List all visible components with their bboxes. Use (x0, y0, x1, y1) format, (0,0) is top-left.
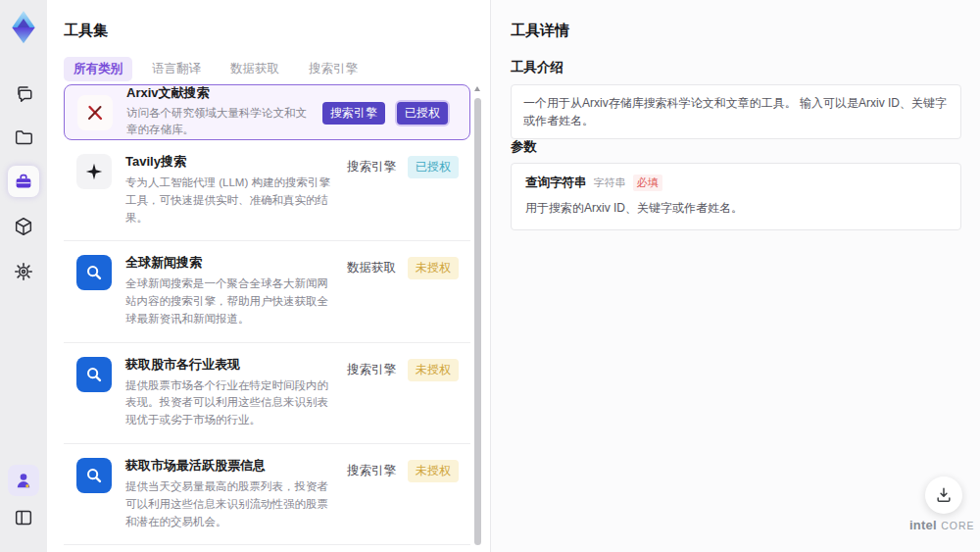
news-search-icon (76, 357, 112, 392)
news-search-icon (76, 255, 112, 290)
tool-title: Tavily搜索 (125, 154, 337, 171)
tool-description: 专为人工智能代理 (LLM) 构建的搜索引擎工具，可快速提供实时、准确和真实的结… (125, 175, 337, 226)
tool-card-active-stocks[interactable]: 获取市场最活跃股票信息 提供当天交易量最高的股票列表，投资者可以利用这些信息来识… (64, 444, 470, 545)
download-button[interactable] (925, 477, 962, 514)
tool-detail-panel: 工具详情 工具介绍 一个用于从Arxiv存储库搜索科学论文和文章的工具。 输入可… (490, 0, 980, 552)
nav-files-button[interactable] (8, 122, 39, 153)
tool-list: Arxiv文献搜索 访问各个研究领域大量科学论文和文章的存储库。 搜索引擎 已授… (64, 84, 470, 552)
param-name: 查询字符串 (525, 175, 587, 191)
category-tabs: 所有类别 语言翻译 数据获取 搜索引擎 (64, 57, 368, 81)
briefcase-icon (13, 171, 34, 192)
app-window: 工具集 所有类别 语言翻译 数据获取 搜索引擎 Arxiv文献搜索 访问各个研究… (0, 0, 980, 552)
tool-list-panel: 工具集 所有类别 语言翻译 数据获取 搜索引擎 Arxiv文献搜索 访问各个研究… (47, 0, 490, 552)
param-description: 用于搜索的Arxiv ID、关键字或作者姓名。 (525, 199, 947, 217)
param-required-badge: 必填 (633, 175, 662, 191)
tab-data-fetch[interactable]: 数据获取 (220, 57, 289, 81)
list-scrollbar (474, 86, 481, 549)
person-icon (13, 470, 34, 491)
collapse-panel-button[interactable] (8, 502, 39, 533)
param-card: 查询字符串 字符串 必填 用于搜索的Arxiv ID、关键字或作者姓名。 (511, 163, 961, 230)
cube-icon (13, 216, 34, 237)
chat-icon (13, 82, 34, 104)
intro-heading: 工具介绍 (511, 59, 564, 76)
tool-card-tavily[interactable]: Tavily搜索 专为人工智能代理 (LLM) 构建的搜索引擎工具，可快速提供实… (64, 140, 470, 241)
nav-chat-button[interactable] (8, 77, 39, 109)
status-badge: 未授权 (408, 460, 459, 482)
status-badge: 已授权 (397, 102, 448, 125)
status-badge: 已授权 (408, 156, 459, 178)
sparkle-star-icon (76, 154, 112, 189)
tool-title: Arxiv文献搜索 (126, 85, 313, 102)
tab-all-categories[interactable]: 所有类别 (64, 57, 132, 81)
tool-card-arxiv[interactable]: Arxiv文献搜索 访问各个研究领域大量科学论文和文章的存储库。 搜索引擎 已授… (64, 84, 470, 140)
sidebar (0, 0, 47, 552)
category-label: 搜索引擎 (347, 362, 396, 378)
tab-search-engine[interactable]: 搜索引擎 (299, 57, 368, 81)
status-badge: 未授权 (408, 359, 459, 381)
category-badge: 搜索引擎 (322, 102, 385, 125)
intel-core-logo: intel CORE (909, 516, 968, 533)
tool-card-sector-performance[interactable]: 获取股市各行业表现 提供股票市场各个行业在特定时间段内的表现。投资者可以利用这些… (64, 343, 470, 444)
folder-icon (13, 126, 34, 148)
tool-title: 全球新闻搜索 (125, 255, 337, 272)
nav-tools-button[interactable] (8, 166, 39, 197)
tool-description: 提供股票市场各个行业在特定时间段内的表现。投资者可以利用这些信息来识别表现优于或… (125, 377, 337, 429)
scrollbar-thumb[interactable] (474, 98, 481, 545)
tool-description: 访问各个研究领域大量科学论文和文章的存储库。 (126, 105, 313, 140)
page-title: 工具集 (64, 22, 108, 40)
params-heading: 参数 (511, 138, 537, 156)
param-type: 字符串 (594, 176, 626, 190)
nav-settings-button[interactable] (8, 256, 39, 287)
category-label: 搜索引擎 (347, 159, 396, 176)
intro-text-box: 一个用于从Arxiv存储库搜索科学论文和文章的工具。 输入可以是Arxiv ID… (511, 84, 961, 139)
intel-product-text: CORE (941, 520, 974, 531)
status-badge: 未授权 (408, 257, 459, 279)
user-avatar-button[interactable] (8, 465, 39, 496)
app-logo (9, 10, 38, 45)
news-search-icon (76, 458, 112, 493)
tab-language-translation[interactable]: 语言翻译 (142, 57, 211, 81)
detail-title: 工具详情 (511, 22, 569, 40)
tool-title: 获取股市各行业表现 (125, 357, 337, 374)
gear-icon (13, 261, 34, 282)
download-icon (934, 485, 954, 505)
intel-brand-text: intel (909, 518, 937, 532)
tool-card-global-news[interactable]: 全球新闻搜索 全球新闻搜索是一个聚合全球各大新闻网站内容的搜索引擎，帮助用户快速… (64, 241, 470, 342)
scrollbar-up-arrow[interactable] (474, 86, 480, 91)
tool-description: 提供当天交易量最高的股票列表，投资者可以利用这些信息来识别流动性强的股票和潜在的… (125, 478, 337, 530)
nav-packages-button[interactable] (8, 211, 39, 242)
arxiv-logo-icon (77, 95, 113, 130)
tool-card-regional-news[interactable]: 万维地区新闻查询 查询具体行政区划内的新闻，快速了解各地新闻动 搜索引擎 未授权 (64, 545, 470, 552)
panel-layout-icon (13, 507, 34, 528)
tool-description: 全球新闻搜索是一个聚合全球各大新闻网站内容的搜索引擎，帮助用户快速获取全球最新资… (125, 276, 337, 327)
tool-title: 获取市场最活跃股票信息 (125, 458, 337, 475)
category-label: 数据获取 (347, 260, 396, 276)
category-label: 搜索引擎 (347, 463, 396, 479)
